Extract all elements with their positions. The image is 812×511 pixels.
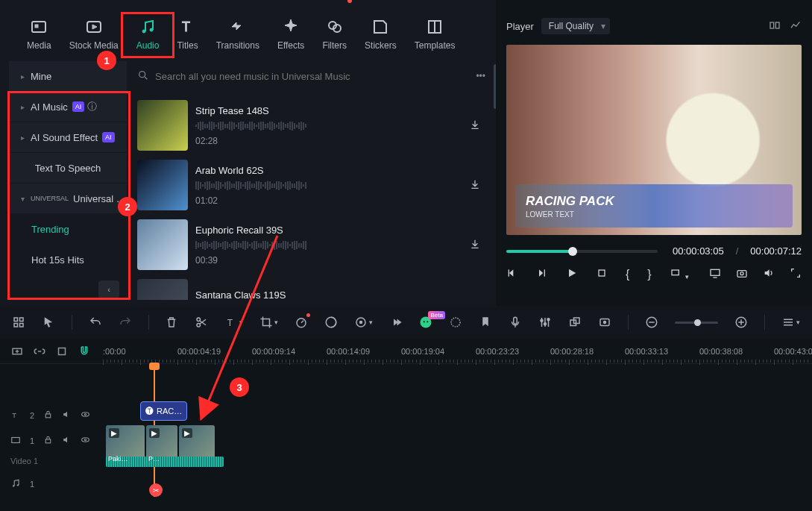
group-button[interactable] xyxy=(568,316,582,329)
music-track-row[interactable]: Strip Tease 148S 02:28 xyxy=(137,100,485,151)
redo-button[interactable] xyxy=(119,316,132,329)
svg-rect-30 xyxy=(20,324,24,327)
tab-stickers[interactable]: Stickers xyxy=(360,15,401,54)
zoom-in-button[interactable] xyxy=(734,316,748,329)
sidebar-item-mine[interactable]: ▸ Mine xyxy=(9,61,127,91)
color-tool[interactable] xyxy=(324,316,338,329)
sidebar-item-ai-music[interactable]: ▸ AI Music AI ⓘ xyxy=(9,92,127,122)
ruler-label: 00:00:43:04 xyxy=(774,347,812,356)
record-button[interactable] xyxy=(598,316,611,329)
track-options-button[interactable]: ▾ xyxy=(781,316,800,329)
split-button[interactable] xyxy=(195,316,208,329)
more-tools-button[interactable] xyxy=(389,316,403,329)
title-clip[interactable]: 🅣 RAC… xyxy=(140,401,187,421)
link-button[interactable] xyxy=(33,345,46,358)
step-forward-button[interactable] xyxy=(536,267,548,281)
ai-badge: AI xyxy=(72,101,85,112)
mute-icon[interactable] xyxy=(62,410,72,421)
eye-icon[interactable] xyxy=(81,435,90,447)
tab-templates[interactable]: Templates xyxy=(410,15,460,54)
tab-titles[interactable]: T Titles xyxy=(172,15,202,54)
mark-out-button[interactable]: } xyxy=(647,268,651,281)
svg-point-11 xyxy=(139,71,145,77)
svg-rect-77 xyxy=(45,439,51,443)
lock-icon[interactable] xyxy=(43,435,53,447)
tab-effects[interactable]: Effects xyxy=(273,15,309,54)
music-track-row[interactable]: Santana Claws 119S xyxy=(137,279,485,300)
video-preview[interactable]: RACING PACK LOWER TEXT xyxy=(506,45,802,235)
prev-frame-button[interactable] xyxy=(506,267,518,281)
more-button[interactable]: ••• xyxy=(476,71,485,81)
tab-media[interactable]: Media xyxy=(22,15,56,54)
universal-logo-icon: UNIVERSAL xyxy=(31,195,69,202)
crop-tool[interactable]: ▾ xyxy=(259,316,278,329)
tab-audio[interactable]: Audio xyxy=(132,15,164,54)
waveform-icon xyxy=(195,121,469,131)
voiceover-button[interactable] xyxy=(509,316,522,329)
download-button[interactable] xyxy=(469,238,481,252)
zoom-slider[interactable] xyxy=(675,322,718,324)
sidebar-item-ai-sound[interactable]: ▸ AI Sound Effect AI xyxy=(9,122,127,152)
tab-stock-media[interactable]: Stock Media xyxy=(65,15,123,54)
sidebar-item-trending[interactable]: Trending xyxy=(9,214,127,244)
fullscreen-button[interactable] xyxy=(790,267,802,281)
magnet-button[interactable] xyxy=(78,345,91,358)
timeline-toolbar: T▾ ▾ ▾ Beta ▾ xyxy=(0,306,812,339)
snap-button[interactable] xyxy=(55,345,69,358)
search-input[interactable] xyxy=(149,71,467,82)
svg-line-38 xyxy=(301,321,303,323)
ratio-button[interactable]: ▾ xyxy=(670,267,689,281)
ai-assistant-button[interactable]: Beta xyxy=(419,316,432,329)
music-track-row[interactable]: Euphoric Recall 39S 00:39 xyxy=(137,219,485,270)
svg-point-5 xyxy=(150,28,153,31)
chevron-down-icon: ▾ xyxy=(21,195,25,203)
time-current: 00:00:03:05 xyxy=(673,245,724,257)
svg-marker-73 xyxy=(63,412,67,418)
speed-tool[interactable] xyxy=(295,316,308,329)
keyframe-tool[interactable]: ▾ xyxy=(354,316,373,329)
svg-marker-26 xyxy=(765,269,769,276)
grid-tool[interactable] xyxy=(12,316,25,329)
add-track-button[interactable] xyxy=(10,345,24,358)
mixer-button[interactable] xyxy=(538,316,552,329)
lock-icon[interactable] xyxy=(43,410,53,421)
svg-point-47 xyxy=(451,318,460,327)
delete-button[interactable] xyxy=(165,316,178,329)
stop-button[interactable] xyxy=(596,267,608,281)
select-tool[interactable] xyxy=(42,316,55,329)
collapse-sidebar-button[interactable]: ‹ xyxy=(98,280,119,298)
scope-icon[interactable] xyxy=(790,19,802,34)
ruler-label: 00:00:28:18 xyxy=(550,347,594,356)
sidebar-item-universal[interactable]: ▾ UNIVERSAL Universal … xyxy=(9,184,127,213)
svg-point-53 xyxy=(544,323,547,325)
sidebar-item-hot15s[interactable]: Hot 15s Hits xyxy=(9,245,127,275)
play-button[interactable] xyxy=(566,267,578,281)
download-button[interactable] xyxy=(469,178,481,192)
eye-icon[interactable] xyxy=(81,410,90,421)
download-button[interactable] xyxy=(469,119,481,133)
seek-bar[interactable] xyxy=(506,250,658,253)
tab-transitions[interactable]: Transitions xyxy=(212,15,264,54)
quality-select[interactable]: Full Quality xyxy=(541,18,610,34)
tab-filters[interactable]: Filters xyxy=(318,15,351,54)
svg-rect-29 xyxy=(14,324,18,327)
svg-point-41 xyxy=(360,322,362,324)
volume-button[interactable] xyxy=(763,267,775,281)
mute-icon[interactable] xyxy=(62,435,72,447)
music-track-row[interactable]: Arab World 62S 01:02 xyxy=(137,160,485,210)
undo-button[interactable] xyxy=(89,316,102,329)
compare-icon[interactable] xyxy=(769,19,781,34)
svg-marker-19 xyxy=(569,269,576,278)
mark-in-button[interactable]: { xyxy=(626,268,629,281)
sidebar-item-tts[interactable]: Text To Speech xyxy=(9,153,127,183)
marker-button[interactable] xyxy=(479,316,492,329)
svg-rect-24 xyxy=(737,271,746,278)
text-tool[interactable]: T▾ xyxy=(224,316,243,329)
snapshot-button[interactable] xyxy=(736,267,748,281)
svg-rect-48 xyxy=(514,317,517,324)
scrollbar[interactable] xyxy=(494,64,496,109)
display-button[interactable] xyxy=(709,267,721,281)
zoom-out-button[interactable] xyxy=(645,316,658,329)
settings-button[interactable] xyxy=(449,316,462,329)
track-thumbnail xyxy=(137,100,188,151)
